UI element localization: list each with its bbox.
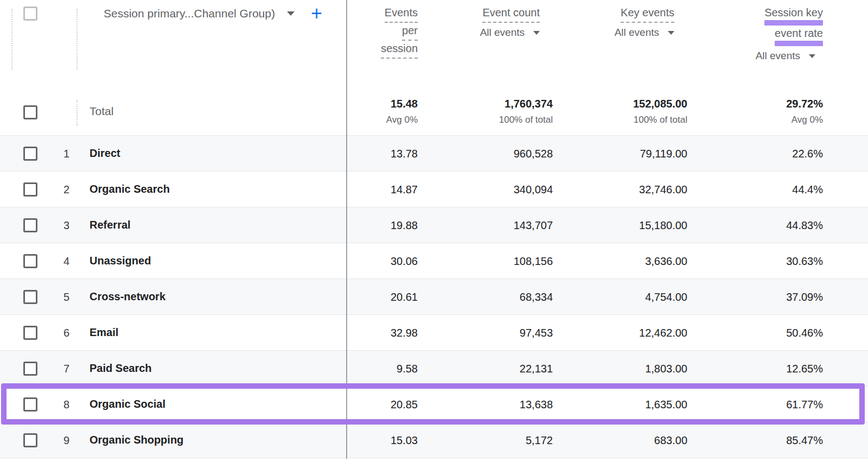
column-header-events-per-session[interactable]: Events per session: [381, 7, 418, 60]
row-checkbox[interactable]: [23, 326, 37, 340]
cell-session-key-event-rate: 12.65%: [786, 363, 823, 375]
session-rate-all-events-filter[interactable]: All events: [756, 50, 815, 62]
purple-highlight-underline: [775, 41, 823, 46]
cell-event-count: 68,334: [520, 291, 553, 303]
dimension-header-label: Session primary...Channel Group): [104, 7, 275, 20]
row-label: Cross-network: [90, 290, 165, 303]
row-index: 8: [38, 399, 69, 411]
chevron-down-icon: [668, 31, 674, 35]
chevron-down-icon: [809, 54, 815, 58]
row-index: 4: [38, 255, 69, 268]
column-header-key-events[interactable]: Key events All events: [615, 7, 674, 39]
chevron-down-icon: [533, 31, 540, 35]
table-row-paid-search: 7 Paid Search 9.58 22,131 1,803.00 12.65…: [0, 351, 868, 387]
header-line: per: [402, 24, 418, 41]
cell-session-key-event-rate: 30.63%: [786, 255, 823, 268]
column-guide-dotted: [76, 9, 78, 69]
chevron-down-icon: [287, 11, 295, 16]
cell-events-per-session: 19.88: [391, 219, 418, 232]
total-row-checkbox[interactable]: [23, 105, 37, 119]
total-subvalue: 100% of total: [499, 115, 553, 125]
total-session-key-event-rate: 29.72% Avg 0%: [786, 98, 823, 125]
header-line: Events: [385, 7, 418, 23]
header-line: Session key: [764, 7, 823, 18]
table-header: Session primary...Channel Group) + Event…: [0, 0, 868, 90]
cell-key-events: 32,746.00: [639, 184, 687, 196]
cell-key-events: 1,635.00: [645, 399, 687, 411]
row-index: 6: [38, 327, 69, 339]
row-label: Organic Shopping: [90, 434, 183, 446]
filter-label: All events: [756, 50, 800, 62]
total-value: 152,085.00: [633, 98, 687, 110]
cell-event-count: 97,453: [520, 327, 553, 339]
table-body: 1 Direct 13.78 960,528 79,119.00 22.6% 2…: [0, 135, 868, 458]
total-subvalue: 100% of total: [633, 115, 687, 125]
cell-session-key-event-rate: 50.46%: [786, 327, 823, 339]
cell-events-per-session: 20.61: [391, 291, 418, 303]
row-checkbox[interactable]: [23, 290, 37, 304]
column-header-session-key-event-rate[interactable]: Session key event rate All events: [756, 7, 823, 62]
total-subvalue: Avg 0%: [786, 115, 823, 125]
total-value: 29.72%: [786, 98, 823, 110]
header-line: Key events: [621, 7, 674, 23]
table-row-direct: 1 Direct 13.78 960,528 79,119.00 22.6%: [0, 136, 868, 172]
cell-events-per-session: 15.03: [391, 434, 418, 447]
cell-session-key-event-rate: 85.47%: [786, 434, 823, 447]
event-count-all-events-filter[interactable]: All events: [480, 27, 540, 39]
row-index: 7: [38, 363, 69, 375]
purple-highlight-underline: [764, 20, 823, 26]
key-events-all-events-filter[interactable]: All events: [615, 27, 674, 39]
total-events-per-session: 15.48 Avg 0%: [386, 98, 418, 125]
cell-event-count: 5,172: [526, 434, 553, 447]
row-checkbox[interactable]: [23, 433, 37, 447]
cell-event-count: 22,131: [520, 363, 553, 375]
cell-key-events: 15,180.00: [639, 219, 687, 232]
row-label: Direct: [90, 147, 120, 160]
total-value: 1,760,374: [499, 98, 553, 110]
row-checkbox[interactable]: [23, 147, 37, 161]
cell-key-events: 12,462.00: [639, 327, 687, 339]
row-checkbox[interactable]: [23, 254, 37, 268]
cell-events-per-session: 13.78: [391, 148, 418, 160]
add-dimension-button[interactable]: +: [311, 7, 322, 21]
row-checkbox[interactable]: [23, 218, 37, 232]
cell-events-per-session: 20.85: [391, 399, 418, 411]
analytics-report-table: Session primary...Channel Group) + Event…: [0, 0, 868, 468]
table-row-cross-network: 5 Cross-network 20.61 68,334 4,754.00 37…: [0, 279, 868, 315]
row-index: 5: [38, 291, 69, 303]
cell-event-count: 108,156: [514, 255, 553, 268]
table-row-organic-social: 8 Organic Social 20.85 13,638 1,635.00 6…: [0, 387, 868, 422]
cell-events-per-session: 32.98: [391, 327, 418, 339]
dimension-header-dropdown[interactable]: Session primary...Channel Group): [104, 7, 295, 20]
cell-session-key-event-rate: 37.09%: [786, 291, 823, 303]
row-checkbox[interactable]: [23, 362, 37, 376]
row-label: Referral: [90, 219, 131, 231]
row-index: 9: [38, 434, 69, 447]
row-index: 1: [38, 148, 69, 160]
row-checkbox[interactable]: [23, 397, 37, 412]
row-label: Email: [90, 326, 118, 339]
column-header-event-count[interactable]: Event count All events: [480, 7, 540, 39]
total-subvalue: Avg 0%: [386, 115, 418, 125]
cell-key-events: 683.00: [654, 434, 687, 447]
cell-key-events: 1,803.00: [645, 363, 687, 375]
cell-event-count: 960,528: [514, 148, 553, 160]
row-checkbox[interactable]: [23, 182, 37, 197]
cell-session-key-event-rate: 61.77%: [786, 399, 823, 411]
row-index: 2: [38, 184, 69, 196]
select-all-checkbox[interactable]: [23, 7, 37, 21]
column-resize-divider[interactable]: [346, 0, 347, 459]
total-value: 15.48: [386, 98, 418, 110]
table-row-unassigned: 4 Unassigned 30.06 108,156 3,636.00 30.6…: [0, 243, 868, 279]
cell-events-per-session: 9.58: [397, 363, 418, 375]
row-label: Unassigned: [90, 255, 151, 267]
cell-session-key-event-rate: 44.4%: [792, 184, 823, 196]
cell-event-count: 340,094: [514, 184, 553, 196]
cell-key-events: 3,636.00: [645, 255, 687, 268]
total-row: Total 15.48 Avg 0% 1,760,374 100% of tot…: [0, 90, 868, 135]
table-row-email: 6 Email 32.98 97,453 12,462.00 50.46%: [0, 315, 868, 351]
header-line: session: [381, 42, 418, 59]
total-event-count: 1,760,374 100% of total: [499, 98, 553, 125]
cell-key-events: 79,119.00: [640, 148, 688, 160]
row-index: 3: [38, 219, 69, 232]
